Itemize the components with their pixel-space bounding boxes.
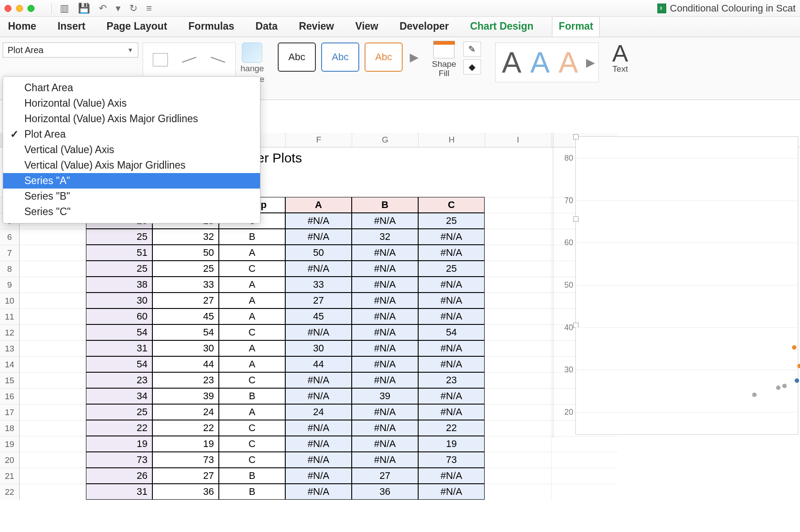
cell[interactable] [551, 468, 617, 484]
cell-y[interactable]: 45 [152, 308, 219, 324]
dropdown-item[interactable]: Series "B" [3, 189, 260, 204]
dropdown-item[interactable]: Series "A" [3, 173, 260, 189]
cell[interactable] [485, 245, 551, 261]
cell-c[interactable]: 54 [418, 324, 485, 340]
row-header[interactable]: 8 [0, 261, 19, 277]
cell-a[interactable]: 50 [285, 245, 352, 261]
cell-x[interactable]: 30 [86, 293, 152, 308]
cell[interactable] [485, 436, 551, 452]
chart-element-dropdown[interactable]: Chart AreaHorizontal (Value) AxisHorizon… [3, 76, 260, 224]
row-header[interactable]: 11 [0, 308, 19, 324]
cell[interactable] [19, 324, 86, 340]
cell-x[interactable]: 25 [86, 229, 152, 245]
dropdown-item[interactable]: Horizontal (Value) Axis Major Gridlines [3, 111, 260, 127]
chart-data-point[interactable] [776, 386, 781, 390]
undo-icon[interactable]: ↶ [99, 3, 107, 14]
cell[interactable] [19, 452, 86, 468]
cell[interactable] [485, 420, 551, 436]
table-row[interactable]: 191919C#N/A#N/A19 [0, 436, 800, 452]
shape-style-3[interactable]: Abc [365, 42, 403, 72]
cell-y[interactable]: 36 [152, 484, 219, 500]
cell[interactable] [19, 372, 86, 388]
cell-c[interactable]: #N/A [418, 277, 485, 293]
cell-group[interactable]: A [219, 245, 285, 261]
wordart-style-1[interactable]: A [499, 46, 524, 79]
row-header[interactable]: 19 [0, 436, 19, 452]
cell[interactable] [485, 213, 551, 229]
dropdown-item[interactable]: Plot Area [3, 127, 260, 142]
cell-group[interactable]: B [219, 468, 285, 484]
cell-x[interactable]: 73 [86, 452, 152, 468]
cell-group[interactable]: C [219, 261, 285, 277]
cell-group[interactable]: A [219, 340, 285, 356]
cell-y[interactable]: 33 [152, 277, 219, 293]
cell-c[interactable]: 73 [418, 452, 485, 468]
workbook-icon[interactable]: ▥ [60, 3, 69, 14]
cell-c[interactable]: C [418, 197, 485, 213]
cell-group[interactable]: A [219, 356, 285, 372]
insert-shapes-gallery[interactable] [143, 42, 236, 77]
cell-y[interactable]: 50 [152, 245, 219, 261]
cell-y[interactable]: 39 [152, 388, 219, 404]
cell-a[interactable]: A [285, 197, 352, 213]
cell-c[interactable]: #N/A [418, 340, 485, 356]
cell[interactable] [551, 452, 617, 468]
cell[interactable] [551, 436, 617, 452]
cell[interactable] [485, 340, 551, 356]
cell-b[interactable]: #N/A [352, 436, 418, 452]
cell-x[interactable]: 54 [86, 324, 152, 340]
cell-group[interactable]: C [219, 436, 285, 452]
cell-a[interactable]: 27 [285, 293, 352, 308]
cell-b[interactable]: #N/A [352, 404, 418, 420]
cell-a[interactable]: #N/A [285, 372, 352, 388]
col-g[interactable]: G [352, 133, 418, 147]
line-shape-icon-2[interactable] [211, 57, 225, 63]
shape-fill-button[interactable]: ShapeFill [432, 41, 456, 78]
cell-c[interactable]: 23 [418, 372, 485, 388]
row-header[interactable]: 6 [0, 229, 19, 245]
chart-element-selector[interactable]: Plot Area ▼ [3, 42, 138, 58]
cell[interactable] [19, 308, 86, 324]
chart-data-point[interactable] [752, 393, 757, 397]
cell-a[interactable]: 44 [285, 356, 352, 372]
cell-x[interactable]: 60 [86, 308, 152, 324]
tab-chart-design[interactable]: Chart Design [467, 17, 536, 37]
cell-b[interactable]: 32 [352, 229, 418, 245]
tab-review[interactable]: Review [296, 17, 337, 37]
undo-menu-chevron-icon[interactable]: ▾ [116, 3, 120, 14]
cell-x[interactable]: 23 [86, 372, 152, 388]
cell-a[interactable]: 30 [285, 340, 352, 356]
cell[interactable] [19, 293, 86, 308]
cell-a[interactable]: #N/A [285, 436, 352, 452]
wordart-more-icon[interactable]: ▶ [586, 56, 595, 69]
dropdown-item[interactable]: Chart Area [3, 80, 260, 96]
cell-x[interactable]: 22 [86, 420, 152, 436]
cell-group[interactable]: B [219, 484, 285, 500]
cell-group[interactable]: C [219, 420, 285, 436]
cell-group[interactable]: A [219, 293, 285, 308]
row-header[interactable]: 7 [0, 245, 19, 261]
chart-data-point[interactable] [792, 345, 796, 350]
cell[interactable] [485, 452, 551, 468]
cell-b[interactable]: #N/A [352, 261, 418, 277]
cell-x[interactable]: 34 [86, 388, 152, 404]
cell-b[interactable]: #N/A [352, 245, 418, 261]
row-header[interactable]: 22 [0, 484, 19, 500]
cell-a[interactable]: #N/A [285, 388, 352, 404]
line-shape-icon[interactable] [182, 57, 197, 63]
cell-x[interactable]: 25 [86, 261, 152, 277]
cell[interactable] [19, 261, 86, 277]
cell[interactable] [485, 372, 551, 388]
chart-data-point[interactable] [795, 378, 799, 383]
cell[interactable] [19, 420, 86, 436]
cell-x[interactable]: 25 [86, 404, 152, 420]
cell-c[interactable]: 22 [418, 420, 485, 436]
wordart-style-2[interactable]: A [528, 46, 552, 79]
cell-c[interactable]: #N/A [418, 468, 485, 484]
chart-data-point[interactable] [782, 384, 787, 388]
cell-x[interactable]: 26 [86, 468, 152, 484]
cell-c[interactable]: #N/A [418, 404, 485, 420]
cell-b[interactable]: #N/A [352, 308, 418, 324]
close-icon[interactable] [4, 5, 12, 12]
cell-c[interactable]: #N/A [418, 293, 485, 308]
